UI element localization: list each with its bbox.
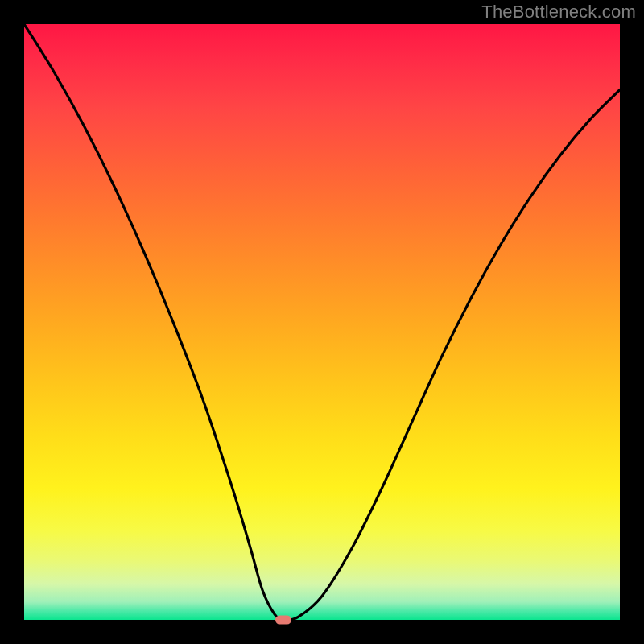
chart-container: TheBottleneck.com [0,0,644,644]
bottleneck-curve [24,24,620,620]
minimum-marker [275,616,291,625]
plot-area [24,24,620,620]
watermark-text: TheBottleneck.com [481,2,636,23]
